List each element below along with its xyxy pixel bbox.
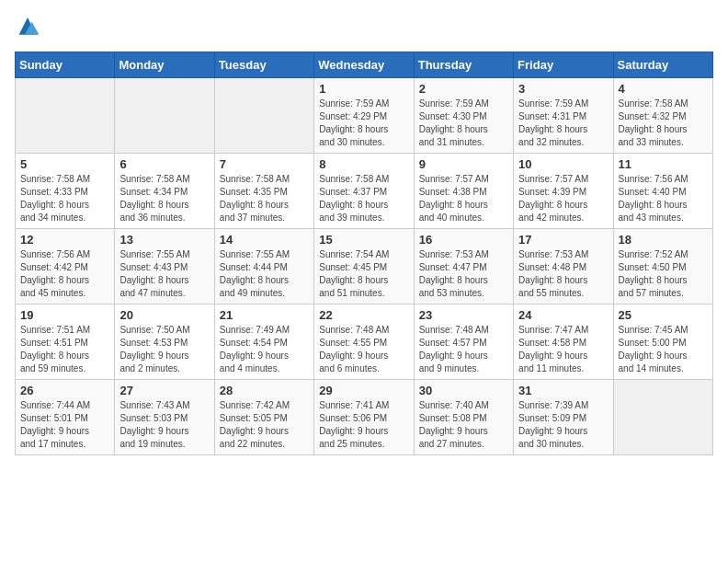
day-number: 11 — [619, 157, 708, 171]
calendar-cell: 27Sunrise: 7:43 AM Sunset: 5:03 PM Dayli… — [115, 380, 214, 455]
calendar-cell: 30Sunrise: 7:40 AM Sunset: 5:08 PM Dayli… — [414, 380, 513, 455]
calendar-cell — [214, 78, 313, 154]
calendar-cell: 26Sunrise: 7:44 AM Sunset: 5:01 PM Dayli… — [16, 380, 115, 455]
calendar-cell: 10Sunrise: 7:57 AM Sunset: 4:39 PM Dayli… — [514, 154, 613, 229]
day-number: 26 — [20, 384, 109, 397]
calendar-cell: 31Sunrise: 7:39 AM Sunset: 5:09 PM Dayli… — [514, 380, 613, 455]
week-row-2: 12Sunrise: 7:56 AM Sunset: 4:42 PM Dayli… — [16, 229, 713, 304]
calendar-table: SundayMondayTuesdayWednesdayThursdayFrid… — [15, 52, 713, 455]
calendar-cell: 20Sunrise: 7:50 AM Sunset: 4:53 PM Dayli… — [115, 304, 214, 380]
day-number: 20 — [119, 308, 209, 322]
day-info: Sunrise: 7:50 AM Sunset: 4:53 PM Dayligh… — [119, 324, 209, 375]
calendar-cell: 3Sunrise: 7:59 AM Sunset: 4:31 PM Daylig… — [514, 78, 613, 154]
calendar-cell: 18Sunrise: 7:52 AM Sunset: 4:50 PM Dayli… — [613, 229, 712, 304]
day-number: 4 — [619, 82, 708, 96]
calendar-cell: 1Sunrise: 7:59 AM Sunset: 4:29 PM Daylig… — [314, 78, 414, 154]
day-number: 5 — [20, 157, 109, 171]
calendar-cell — [613, 380, 712, 455]
calendar-cell: 16Sunrise: 7:53 AM Sunset: 4:47 PM Dayli… — [414, 229, 513, 304]
week-row-0: 1Sunrise: 7:59 AM Sunset: 4:29 PM Daylig… — [16, 78, 713, 154]
day-number: 29 — [319, 384, 408, 397]
calendar-cell: 17Sunrise: 7:53 AM Sunset: 4:48 PM Dayli… — [514, 229, 613, 304]
day-info: Sunrise: 7:49 AM Sunset: 4:54 PM Dayligh… — [220, 324, 309, 375]
day-info: Sunrise: 7:43 AM Sunset: 5:03 PM Dayligh… — [119, 399, 209, 451]
calendar-cell: 29Sunrise: 7:41 AM Sunset: 5:06 PM Dayli… — [314, 380, 414, 455]
calendar-cell: 19Sunrise: 7:51 AM Sunset: 4:51 PM Dayli… — [16, 304, 115, 380]
calendar-cell: 6Sunrise: 7:58 AM Sunset: 4:34 PM Daylig… — [115, 154, 214, 229]
calendar-cell: 13Sunrise: 7:55 AM Sunset: 4:43 PM Dayli… — [115, 229, 214, 304]
header-saturday: Saturday — [613, 52, 712, 78]
calendar-cell: 5Sunrise: 7:58 AM Sunset: 4:33 PM Daylig… — [16, 154, 115, 229]
day-number: 25 — [619, 308, 708, 322]
day-info: Sunrise: 7:56 AM Sunset: 4:40 PM Dayligh… — [619, 173, 708, 224]
calendar-cell: 14Sunrise: 7:55 AM Sunset: 4:44 PM Dayli… — [214, 229, 313, 304]
day-info: Sunrise: 7:58 AM Sunset: 4:33 PM Dayligh… — [20, 173, 109, 224]
calendar-cell: 2Sunrise: 7:59 AM Sunset: 4:30 PM Daylig… — [414, 78, 513, 154]
day-info: Sunrise: 7:57 AM Sunset: 4:39 PM Dayligh… — [518, 173, 608, 224]
day-number: 13 — [119, 233, 209, 247]
day-info: Sunrise: 7:55 AM Sunset: 4:43 PM Dayligh… — [119, 248, 209, 300]
header-sunday: Sunday — [16, 52, 115, 78]
day-number: 7 — [220, 157, 309, 171]
calendar-cell — [115, 78, 214, 154]
day-number: 28 — [220, 384, 309, 397]
day-number: 3 — [518, 82, 608, 96]
day-info: Sunrise: 7:59 AM Sunset: 4:31 PM Dayligh… — [518, 98, 608, 149]
week-row-1: 5Sunrise: 7:58 AM Sunset: 4:33 PM Daylig… — [16, 154, 713, 229]
day-info: Sunrise: 7:52 AM Sunset: 4:50 PM Dayligh… — [619, 248, 708, 300]
day-number: 8 — [319, 157, 408, 171]
day-info: Sunrise: 7:55 AM Sunset: 4:44 PM Dayligh… — [220, 248, 309, 300]
day-number: 21 — [220, 308, 309, 322]
day-number: 31 — [518, 384, 608, 397]
page-header — [15, 15, 713, 40]
day-info: Sunrise: 7:41 AM Sunset: 5:06 PM Dayligh… — [319, 399, 408, 451]
week-row-3: 19Sunrise: 7:51 AM Sunset: 4:51 PM Dayli… — [16, 304, 713, 380]
day-number: 14 — [220, 233, 309, 247]
day-number: 18 — [619, 233, 708, 247]
day-number: 1 — [319, 82, 408, 96]
day-number: 23 — [419, 308, 508, 322]
calendar-header: SundayMondayTuesdayWednesdayThursdayFrid… — [16, 52, 713, 78]
calendar-cell: 28Sunrise: 7:42 AM Sunset: 5:05 PM Dayli… — [214, 380, 313, 455]
day-info: Sunrise: 7:57 AM Sunset: 4:38 PM Dayligh… — [419, 173, 508, 224]
day-info: Sunrise: 7:58 AM Sunset: 4:34 PM Dayligh… — [119, 173, 209, 224]
day-info: Sunrise: 7:48 AM Sunset: 4:57 PM Dayligh… — [419, 324, 508, 375]
calendar-cell: 4Sunrise: 7:58 AM Sunset: 4:32 PM Daylig… — [613, 78, 712, 154]
calendar-cell: 9Sunrise: 7:57 AM Sunset: 4:38 PM Daylig… — [414, 154, 513, 229]
day-info: Sunrise: 7:54 AM Sunset: 4:45 PM Dayligh… — [319, 248, 408, 300]
day-number: 10 — [518, 157, 608, 171]
header-row: SundayMondayTuesdayWednesdayThursdayFrid… — [16, 52, 713, 78]
calendar-cell: 12Sunrise: 7:56 AM Sunset: 4:42 PM Dayli… — [16, 229, 115, 304]
calendar-cell: 11Sunrise: 7:56 AM Sunset: 4:40 PM Dayli… — [613, 154, 712, 229]
day-info: Sunrise: 7:58 AM Sunset: 4:37 PM Dayligh… — [319, 173, 408, 224]
day-info: Sunrise: 7:53 AM Sunset: 4:47 PM Dayligh… — [419, 248, 508, 300]
day-info: Sunrise: 7:59 AM Sunset: 4:30 PM Dayligh… — [419, 98, 508, 149]
header-tuesday: Tuesday — [214, 52, 313, 78]
day-number: 6 — [119, 157, 209, 171]
day-number: 2 — [419, 82, 508, 96]
header-friday: Friday — [514, 52, 613, 78]
day-info: Sunrise: 7:45 AM Sunset: 5:00 PM Dayligh… — [619, 324, 708, 375]
day-number: 30 — [419, 384, 508, 397]
day-number: 9 — [419, 157, 508, 171]
logo-icon — [15, 15, 40, 40]
logo — [15, 15, 44, 40]
day-info: Sunrise: 7:47 AM Sunset: 4:58 PM Dayligh… — [518, 324, 608, 375]
day-number: 12 — [20, 233, 109, 247]
calendar-cell: 15Sunrise: 7:54 AM Sunset: 4:45 PM Dayli… — [314, 229, 414, 304]
day-info: Sunrise: 7:58 AM Sunset: 4:32 PM Dayligh… — [619, 98, 708, 149]
day-number: 17 — [518, 233, 608, 247]
day-info: Sunrise: 7:59 AM Sunset: 4:29 PM Dayligh… — [319, 98, 408, 149]
day-info: Sunrise: 7:39 AM Sunset: 5:09 PM Dayligh… — [518, 399, 608, 451]
calendar-body: 1Sunrise: 7:59 AM Sunset: 4:29 PM Daylig… — [16, 78, 713, 455]
day-number: 19 — [20, 308, 109, 322]
day-info: Sunrise: 7:53 AM Sunset: 4:48 PM Dayligh… — [518, 248, 608, 300]
day-info: Sunrise: 7:42 AM Sunset: 5:05 PM Dayligh… — [220, 399, 309, 451]
day-number: 16 — [419, 233, 508, 247]
header-wednesday: Wednesday — [314, 52, 414, 78]
day-info: Sunrise: 7:51 AM Sunset: 4:51 PM Dayligh… — [20, 324, 109, 375]
day-info: Sunrise: 7:58 AM Sunset: 4:35 PM Dayligh… — [220, 173, 309, 224]
calendar-cell: 8Sunrise: 7:58 AM Sunset: 4:37 PM Daylig… — [314, 154, 414, 229]
day-info: Sunrise: 7:56 AM Sunset: 4:42 PM Dayligh… — [20, 248, 109, 300]
calendar-cell: 24Sunrise: 7:47 AM Sunset: 4:58 PM Dayli… — [514, 304, 613, 380]
